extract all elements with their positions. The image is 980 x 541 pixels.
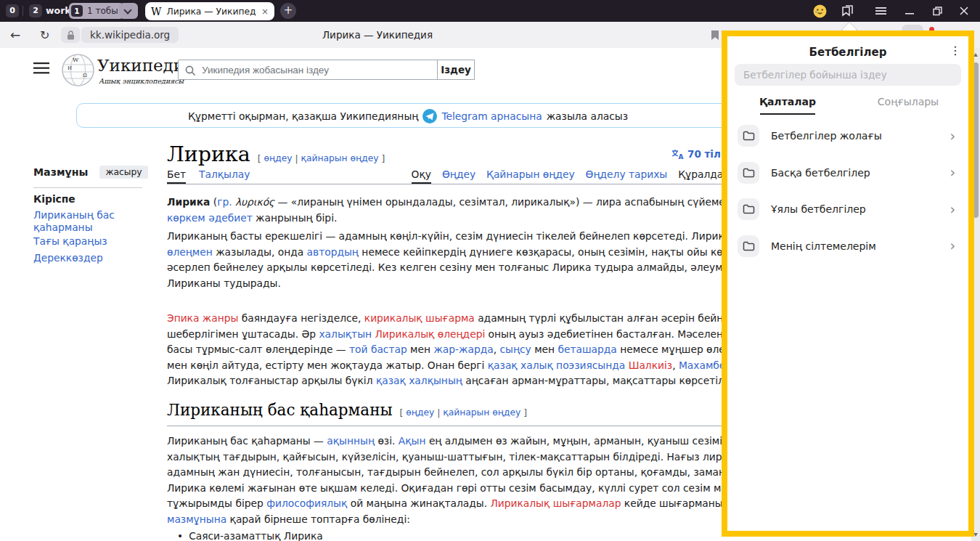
- folder-row-mobile-bookmarks[interactable]: Ұялы бетбелгілер ›: [727, 191, 968, 228]
- folder-icon-tile: [738, 198, 759, 220]
- tab-edit-source[interactable]: Қайнарын өңдеу: [486, 168, 575, 184]
- back-arrow-icon: ←: [10, 28, 20, 42]
- search-icon: [185, 65, 196, 76]
- list-item: •Саяси-азаматтық Лирика: [177, 530, 323, 541]
- workspace-work-label[interactable]: work: [46, 5, 71, 16]
- window-minimize-button[interactable]: [900, 0, 919, 22]
- tab-folders[interactable]: Қалталар: [727, 96, 848, 115]
- bookmarks-search-input[interactable]: [735, 64, 961, 86]
- article-title: Лирика: [167, 142, 250, 166]
- chevron-right-icon: ›: [950, 129, 955, 143]
- browser-menu-button[interactable]: [871, 0, 890, 22]
- tab-counter-badge-work[interactable]: 2: [29, 4, 42, 17]
- svg-text:A: A: [679, 153, 684, 160]
- toc-item-see-also[interactable]: Тағы қараңыз: [33, 235, 107, 247]
- panel-tab-bar: Қалталар Соңғылары: [727, 96, 968, 115]
- language-selector[interactable]: A 70 тіл: [671, 148, 721, 160]
- bookmarks-panel-button[interactable]: [838, 0, 857, 22]
- table-of-contents: Мазмұны жасыру Кіріспе Лириканың бас қаһ…: [33, 166, 157, 179]
- active-tab[interactable]: W Лирика — Уикипедия ×: [145, 2, 274, 20]
- wiki-main-menu-button[interactable]: [33, 62, 49, 77]
- site-security-button[interactable]: [61, 27, 80, 43]
- folder-label: Басқа бетбелгілер: [771, 167, 870, 179]
- panel-menu-button[interactable]: ⋮: [950, 44, 961, 57]
- browser-tab-bar: 0 2 work 1 1 тобы W Лирика — Уикипедия ×…: [0, 0, 980, 22]
- telegram-icon: [422, 109, 437, 123]
- hamburger-menu-icon: [33, 62, 49, 74]
- toc-item-main-hero[interactable]: Лириканың бас қаһарманы: [33, 209, 131, 234]
- tab-counter-badge-0[interactable]: 0: [6, 4, 19, 17]
- banner-text-before: Құрметті оқырман, қазақша Уикипедияның: [188, 110, 418, 122]
- language-count: 70 тіл: [687, 148, 721, 160]
- window-close-button[interactable]: [955, 0, 973, 22]
- article-tab-bar: Бет Талқылау Оқу Өңдеу Қайнарын өңдеу Өң…: [167, 168, 730, 184]
- active-tab-title: Лирика — Уикипедия: [166, 7, 256, 17]
- section-edit-links[interactable]: [ өңдеу | қайнарын өңдеу ]: [400, 407, 527, 418]
- toc-item-sources[interactable]: Дереккөздер: [33, 252, 103, 264]
- folder-row-my-links[interactable]: Менің сілтемелерім ›: [727, 228, 968, 265]
- chevron-right-icon: ›: [950, 166, 955, 179]
- article-edit-links[interactable]: [ өңдеу | қайнарын өңдеу ]: [258, 153, 385, 163]
- bookmark-page-button[interactable]: [711, 22, 719, 48]
- telegram-channel-link[interactable]: Telegram арнасына: [441, 110, 542, 122]
- tab-group-pill[interactable]: 1 1 тобы: [69, 3, 124, 19]
- bullet-marker: •: [177, 530, 183, 541]
- active-tab-underline: [760, 113, 815, 115]
- folder-icon-tile: [738, 125, 759, 147]
- close-icon: [960, 7, 968, 15]
- hamburger-menu-icon: [875, 7, 886, 15]
- tab-read[interactable]: Оқу: [412, 168, 431, 184]
- wiki-search-button[interactable]: Іздеу: [437, 60, 475, 80]
- wiki-search-box[interactable]: [178, 60, 438, 80]
- svg-text:Ω: Ω: [83, 73, 87, 78]
- wikipedia-logo[interactable]: W И Ω: [61, 53, 95, 90]
- back-button[interactable]: ←: [10, 22, 20, 48]
- chevron-down-icon: [123, 6, 131, 14]
- folder-icon: [743, 131, 755, 141]
- tab-talk[interactable]: Талқылау: [199, 168, 250, 184]
- tab-group-expand-button[interactable]: [119, 3, 138, 19]
- reload-icon: ↻: [40, 28, 49, 42]
- toc-hide-button[interactable]: жасыру: [99, 166, 147, 179]
- folder-label: Ұялы бетбелгілер: [771, 203, 866, 215]
- folder-label: Менің сілтемелерім: [771, 240, 876, 252]
- wikipedia-favicon: W: [151, 6, 161, 17]
- panel-title: Бетбелгілер: [727, 46, 968, 59]
- wiki-search-input[interactable]: [202, 60, 434, 79]
- folder-row-bookmarks-bar[interactable]: Бетбелгілер жолағы ›: [727, 118, 968, 155]
- minimize-icon: [905, 7, 914, 15]
- section-heading: Лириканың бас қаһарманы: [167, 401, 393, 419]
- folder-icon: [743, 168, 755, 178]
- tab-group-count: 1: [71, 5, 83, 17]
- tab-edit[interactable]: Өңдеу: [442, 168, 475, 184]
- folder-row-other-bookmarks[interactable]: Басқа бетбелгілер ›: [727, 155, 968, 192]
- bookmarks-panel: Бетбелгілер ⋮ Қалталар Соңғылары Бетбелг…: [722, 30, 974, 537]
- folder-icon: [743, 241, 755, 251]
- tab-article[interactable]: Бет: [167, 168, 186, 184]
- folder-icon: [743, 204, 755, 214]
- toc-divider: [33, 187, 142, 188]
- lock-icon: [67, 30, 75, 40]
- addressbar-page-title[interactable]: Лирика — Уикипедия: [283, 22, 472, 48]
- tab-recent[interactable]: Соңғылары: [848, 96, 968, 115]
- toc-item-intro[interactable]: Кіріспе: [33, 193, 75, 205]
- folder-icon-tile: [738, 235, 759, 257]
- close-tab-icon[interactable]: ×: [261, 7, 269, 17]
- chevron-right-icon: ›: [950, 239, 955, 253]
- svg-text:W: W: [73, 57, 79, 63]
- wikipedia-globe-icon: W И Ω: [61, 53, 95, 87]
- bookmark-flag-icon: [711, 30, 719, 41]
- reload-button[interactable]: ↻: [40, 22, 49, 48]
- tab-group-divider: [23, 6, 23, 16]
- restore-icon: [933, 7, 942, 16]
- language-icon: A: [671, 149, 684, 160]
- tab-history[interactable]: Өңделу тарихы: [586, 168, 668, 184]
- window-restore-button[interactable]: [928, 0, 947, 22]
- new-tab-button[interactable]: +: [280, 3, 296, 19]
- profile-avatar[interactable]: [810, 0, 829, 22]
- url-field[interactable]: kk.wikipedia.org: [81, 27, 179, 43]
- avatar-smiley-icon: [813, 4, 827, 18]
- list-item-text: Саяси-азаматтық Лирика: [189, 530, 323, 541]
- toc-title: Мазмұны: [33, 166, 88, 178]
- chevron-right-icon: ›: [950, 203, 955, 216]
